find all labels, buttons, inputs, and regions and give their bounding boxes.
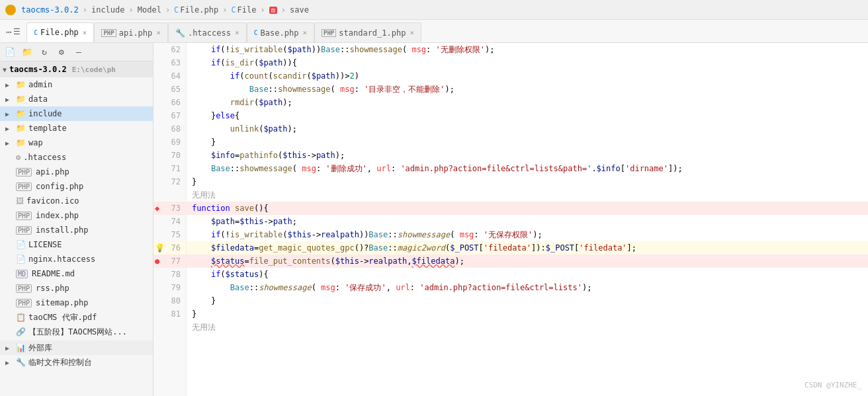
sidebar-settings-btn[interactable]: ⚙ <box>54 45 69 59</box>
code-area[interactable]: 62 63 64 65 66 67 68 69 70 71 72 ◆ 73 74… <box>153 43 868 396</box>
expand-arrow-admin: ▶ <box>5 81 13 89</box>
sidebar-item-label-config-php: config.php <box>36 182 83 191</box>
sidebar-item-label-api-php: api.php <box>36 167 69 177</box>
sidebar-item-taocms-link[interactable]: 🔗 【五阶段】TAOCMS网站... <box>0 325 153 339</box>
file-icon-pdf: 📋 <box>16 313 26 322</box>
sidebar-item-label-license: LICENSE <box>28 240 62 249</box>
diamond-icon: ◆ <box>155 202 159 215</box>
sidebar-item-api-php[interactable]: PHP api.php <box>0 165 153 179</box>
line-77: ● 77 <box>153 255 186 268</box>
sidebar-item-license[interactable]: 📄 LICENSE <box>0 237 153 252</box>
code-line-74: $path=$this->path; <box>187 215 868 228</box>
tab-close-api-php[interactable]: × <box>156 28 161 37</box>
tab-base-php[interactable]: C Base.php × <box>247 22 314 42</box>
line-68: 68 <box>153 122 186 136</box>
tab-icon-standard-php: PHP <box>322 29 336 37</box>
sidebar-item-readme[interactable]: MD README.md <box>0 266 153 281</box>
sidebar-refresh-btn[interactable]: ↻ <box>37 45 52 59</box>
sidebar-item-label-temp: 临时文件和控制台 <box>28 357 92 368</box>
sidebar-item-rss-php[interactable]: PHP rss.php <box>0 281 153 296</box>
code-line-76: $filedata=get_magic_quotes_gpc()?Base::m… <box>187 241 868 255</box>
code-line-66: rmdir($path); <box>187 96 868 109</box>
app-logo <box>5 5 16 15</box>
line-71: 71 <box>153 162 186 175</box>
sidebar-item-temp-console[interactable]: ▶ 🔧 临时文件和控制台 <box>0 355 153 370</box>
sidebar-item-index-php[interactable]: PHP index.php <box>0 208 153 223</box>
sidebar-item-data[interactable]: ▶ 📁 data <box>0 92 153 106</box>
code-line-65: Base::showmessage( msg: '目录非空，不能删除'); <box>187 83 868 96</box>
sidebar-item-wap[interactable]: ▶ 📁 wap <box>0 136 153 150</box>
line-numbers: 62 63 64 65 66 67 68 69 70 71 72 ◆ 73 74… <box>153 43 187 396</box>
sidebar-new-file-btn[interactable]: 📄 <box>3 45 17 59</box>
sidebar-item-template[interactable]: ▶ 📁 template <box>0 121 153 136</box>
sidebar-collapse-btn[interactable]: ⋯ <box>6 26 11 37</box>
sidebar-item-favicon[interactable]: 🖼 favicon.ico <box>0 194 153 208</box>
tab-standard-php[interactable]: PHP standard_1.php × <box>314 22 421 42</box>
folder-icon-data: 📁 <box>16 95 26 104</box>
line-72: 72 <box>153 175 186 188</box>
tab-label-standard-php: standard_1.php <box>339 28 406 38</box>
tab-htaccess[interactable]: 🔧 .htaccess × <box>168 22 247 42</box>
breadcrumb-file-php[interactable]: CFile.php <box>174 5 218 15</box>
sidebar-item-sitemap-php[interactable]: PHP sitemap.php <box>0 296 153 310</box>
tab-close-htaccess[interactable]: × <box>235 28 239 37</box>
title-bar: taocms-3.0.2 › include › Model › CFile.p… <box>0 0 868 20</box>
sidebar-root[interactable]: ▼ taocms-3.0.2 E:\code\ph <box>0 61 153 77</box>
sidebar-item-label-rss-php: rss.php <box>36 284 69 293</box>
line-73: ◆ 73 <box>153 202 186 215</box>
code-line-78: if($status){ <box>187 268 868 281</box>
sidebar-item-config-php[interactable]: PHP config.php <box>0 179 153 194</box>
file-icon-api-php: PHP <box>16 168 32 177</box>
breadcrumb-file-class[interactable]: CFile <box>231 5 256 15</box>
sidebar-minimize-btn[interactable]: — <box>71 45 86 59</box>
sidebar-item-label-template: template <box>28 124 67 133</box>
sidebar-item-external-lib[interactable]: ▶ 📊 外部库 <box>0 340 153 355</box>
sidebar-item-label-external: 外部库 <box>28 342 52 354</box>
code-line-75: if(!is_writable($this->realpath))Base::s… <box>187 228 868 241</box>
sidebar-item-label-index-php: index.php <box>36 211 79 220</box>
sidebar-item-label-admin: admin <box>28 80 52 89</box>
sidebar-item-admin[interactable]: ▶ 📁 admin <box>0 77 153 92</box>
tab-close-standard-php[interactable]: × <box>410 28 414 37</box>
line-66: 66 <box>153 96 186 109</box>
file-icon-index-php: PHP <box>16 212 32 220</box>
breadcrumb-include[interactable]: include <box>91 5 125 15</box>
sidebar-item-label-sitemap-php: sitemap.php <box>36 298 88 307</box>
file-icon-link: 🔗 <box>16 327 26 337</box>
sidebar-new-folder-btn[interactable]: 📁 <box>20 45 34 59</box>
folder-icon-template: 📁 <box>16 124 26 133</box>
tab-icon-htaccess: 🔧 <box>175 28 185 38</box>
breadcrumb-model[interactable]: Model <box>138 5 161 15</box>
tab-close-base-php[interactable]: × <box>302 28 307 37</box>
sidebar-item-htaccess[interactable]: ⚙ .htaccess <box>0 150 153 165</box>
folder-icon-wap: 📁 <box>16 138 26 147</box>
tab-close-file-php[interactable]: × <box>83 28 87 37</box>
sidebar-item-include[interactable]: ▶ 📁 include <box>0 106 153 121</box>
sidebar-item-label-readme: README.md <box>32 269 75 278</box>
breadcrumb-save[interactable]: save <box>290 5 309 15</box>
sidebar-item-nginx-htaccess[interactable]: 📄 nginx.htaccess <box>0 252 153 266</box>
sidebar-item-label-nginx: nginx.htaccess <box>28 255 95 264</box>
file-icon-sitemap-php: PHP <box>16 299 32 307</box>
code-line-70: $info=pathinfo($this->path); <box>187 149 868 162</box>
code-line-73: function save(){ <box>187 202 868 215</box>
line-75: 75 <box>153 228 186 241</box>
sidebar-toggle-btn[interactable]: ☰ <box>13 27 21 36</box>
tab-file-php[interactable]: C File.php × <box>26 22 94 42</box>
code-line-63: if(is_dir($path)){ <box>187 56 868 69</box>
sidebar-item-taocms-pdf[interactable]: 📋 taoCMS 代审.pdf <box>0 310 153 325</box>
expand-arrow-include: ▶ <box>5 110 13 118</box>
no-method-label-2: 无用法 <box>187 321 868 334</box>
file-icon-favicon: 🖼 <box>16 196 24 206</box>
breadcrumb-m: m <box>269 5 277 15</box>
tab-api-php[interactable]: PHP api.php × <box>94 22 167 42</box>
file-icon-nginx: 📄 <box>16 255 26 264</box>
breadcrumb-project[interactable]: taocms-3.0.2 <box>21 5 79 15</box>
code-content[interactable]: if(!is_writable($path))Base::showmessage… <box>187 43 868 396</box>
file-icon-install-php: PHP <box>16 226 32 235</box>
file-icon-rss-php: PHP <box>16 284 32 293</box>
sidebar-item-install-php[interactable]: PHP install.php <box>0 223 153 237</box>
watermark: CSDN @YINZHE_ <box>804 381 861 389</box>
line-63: 63 <box>153 56 186 69</box>
expand-arrow-template: ▶ <box>5 125 13 132</box>
